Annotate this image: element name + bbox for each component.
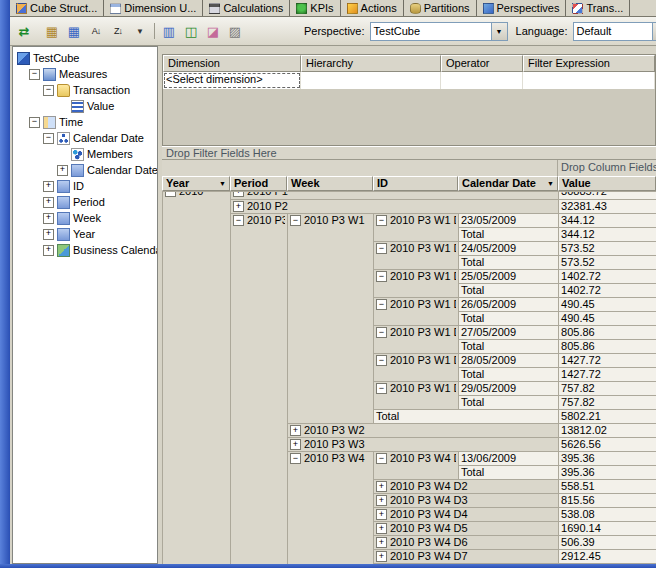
- filter-dropdown-icon[interactable]: ▼: [547, 177, 554, 190]
- collapse-icon[interactable]: [376, 355, 387, 366]
- pivot-total-cell[interactable]: Total: [459, 466, 559, 480]
- collapse-icon[interactable]: [233, 215, 244, 226]
- pivot-member-week[interactable]: 2010 P3 W4: [288, 452, 374, 565]
- pivot-member-week[interactable]: 2010 P3 W2: [288, 424, 559, 438]
- pivot-member-date[interactable]: 23/05/2009: [459, 214, 559, 228]
- collapse-icon[interactable]: [29, 69, 40, 80]
- pivot-member-id[interactable]: 2010 P3 W4 D7: [374, 550, 559, 564]
- language-combo[interactable]: Default ▼: [573, 22, 656, 41]
- pivot-member-period[interactable]: 2010 P3: [231, 214, 288, 565]
- tree-item-value[interactable]: Value: [13, 98, 157, 114]
- select-dimension-cell[interactable]: <Select dimension>: [163, 72, 301, 89]
- pivot-value-cell[interactable]: 506.39: [559, 536, 656, 550]
- expand-icon[interactable]: [376, 509, 387, 520]
- expand-icon[interactable]: [376, 551, 387, 562]
- field-button-calendar-date[interactable]: Calendar Date▼: [458, 176, 558, 191]
- sort-descending-button[interactable]: Z↓: [107, 21, 129, 41]
- hierarchy-cell[interactable]: [301, 72, 441, 89]
- pivot-value-cell[interactable]: 1402.72: [559, 270, 656, 284]
- pivot-total-cell[interactable]: Total: [459, 228, 559, 242]
- pivot-value-cell[interactable]: 805.86: [559, 326, 656, 340]
- tree-item-business-calendar[interactable]: Business Calendar: [13, 242, 157, 258]
- collapse-icon[interactable]: [376, 215, 387, 226]
- pivot-member-date[interactable]: 24/05/2009: [459, 242, 559, 256]
- pivot-total-cell[interactable]: Total: [374, 410, 559, 424]
- pivot-member-id[interactable]: 2010 P3 W4 D1: [374, 452, 459, 480]
- pivot-member-id[interactable]: 2010 P3 W4 D4: [374, 508, 559, 522]
- tree-item-transaction[interactable]: Transaction: [13, 82, 157, 98]
- pivot-value-cell[interactable]: 490.45: [559, 298, 656, 312]
- filter-dropdown-button[interactable]: ▼: [129, 21, 151, 41]
- pivot-total-cell[interactable]: Total: [459, 256, 559, 270]
- pivot-value-cell[interactable]: 32381.43: [559, 200, 656, 214]
- pivot-value-cell[interactable]: 757.82: [559, 382, 656, 396]
- collapse-icon[interactable]: [376, 327, 387, 338]
- pivot-total-cell[interactable]: Total: [459, 340, 559, 354]
- pivot-member-date[interactable]: 26/05/2009: [459, 298, 559, 312]
- pivot-member-date[interactable]: 25/05/2009: [459, 270, 559, 284]
- pivot-total-cell[interactable]: Total: [459, 284, 559, 298]
- pivot-value-cell[interactable]: 395.36: [559, 452, 656, 466]
- pivot-member-date[interactable]: 29/05/2009: [459, 382, 559, 396]
- expand-icon[interactable]: [290, 439, 301, 450]
- collapse-icon[interactable]: [376, 243, 387, 254]
- pivot-value-cell[interactable]: 5802.21: [559, 410, 656, 424]
- pivot-value-cell[interactable]: 573.52: [559, 242, 656, 256]
- reconnect-button[interactable]: ⇄: [13, 21, 35, 41]
- pivot-value-cell[interactable]: 395.36: [559, 466, 656, 480]
- collapse-icon[interactable]: [290, 453, 301, 464]
- pivot-value-cell[interactable]: 538.08: [559, 508, 656, 522]
- tree-item-week[interactable]: Week: [13, 210, 157, 226]
- pivot-member-id[interactable]: 2010 P3 W1 D3: [374, 270, 459, 298]
- combo-dropdown-button[interactable]: ▼: [652, 23, 656, 40]
- tab-perspectives[interactable]: Perspectives: [477, 0, 567, 16]
- pivot-value-cell[interactable]: 573.52: [559, 256, 656, 270]
- tab-actions[interactable]: Actions: [341, 0, 404, 16]
- expand-icon[interactable]: [43, 197, 54, 208]
- expand-icon[interactable]: [376, 495, 387, 506]
- design-mode-button[interactable]: ▨: [224, 21, 246, 41]
- pivot-value-cell[interactable]: 1690.14: [559, 522, 656, 536]
- pivot-value-cell[interactable]: 805.86: [559, 340, 656, 354]
- pivot-value-cell[interactable]: 2912.45: [559, 550, 656, 564]
- expand-icon[interactable]: [233, 192, 244, 198]
- pivot-member-date[interactable]: 13/06/2009: [459, 452, 559, 466]
- tree-item-calendar-date-hierarchy[interactable]: Calendar Date: [13, 130, 157, 146]
- expand-icon[interactable]: [290, 425, 301, 436]
- collapse-icon[interactable]: [376, 299, 387, 310]
- tab-kpis[interactable]: KPIs: [290, 0, 340, 16]
- pivot-total-cell[interactable]: Total: [459, 312, 559, 326]
- pivot-member-date[interactable]: 28/05/2009: [459, 354, 559, 368]
- collapse-icon[interactable]: [290, 215, 301, 226]
- tree-item-testcube[interactable]: TestCube: [13, 50, 157, 66]
- collapse-icon[interactable]: [376, 271, 387, 282]
- expand-icon[interactable]: [57, 165, 68, 176]
- collapse-icon[interactable]: [43, 85, 54, 96]
- expand-icon[interactable]: [376, 523, 387, 534]
- tree-item-time[interactable]: Time: [13, 114, 157, 130]
- pivot-value-cell[interactable]: 13812.02: [559, 424, 656, 438]
- drop-column-fields-zone[interactable]: Drop Column Fields Here: [558, 160, 656, 176]
- table-button[interactable]: ▥: [158, 21, 180, 41]
- collapse-icon[interactable]: [376, 453, 387, 464]
- tree-item-id[interactable]: ID: [13, 178, 157, 194]
- tab-cube-structure[interactable]: Cube Struct...: [10, 0, 104, 16]
- filter-expression-cell[interactable]: [523, 72, 655, 89]
- field-button-week[interactable]: Week: [287, 176, 373, 191]
- expand-icon[interactable]: [43, 181, 54, 192]
- combo-dropdown-button[interactable]: ▼: [491, 23, 507, 40]
- tree-item-members[interactable]: Members: [13, 146, 157, 162]
- pivot-member-id[interactable]: 2010 P3 W1 D6: [374, 354, 459, 382]
- pivot-member-week[interactable]: 2010 P3 W3: [288, 438, 559, 452]
- operator-cell[interactable]: [441, 72, 523, 89]
- pivot-member-id[interactable]: 2010 P3 W4 D3: [374, 494, 559, 508]
- sort-ascending-button[interactable]: A↓: [85, 21, 107, 41]
- expand-icon[interactable]: [43, 229, 54, 240]
- field-button-period[interactable]: Period: [230, 176, 287, 191]
- pivot-value-cell[interactable]: 757.82: [559, 396, 656, 410]
- expand-icon[interactable]: [376, 537, 387, 548]
- collapse-icon[interactable]: [165, 192, 176, 198]
- pivot-member-id[interactable]: 2010 P3 W4 D2: [374, 480, 559, 494]
- collapse-icon[interactable]: [376, 383, 387, 394]
- tree-item-measures[interactable]: Measures: [13, 66, 157, 82]
